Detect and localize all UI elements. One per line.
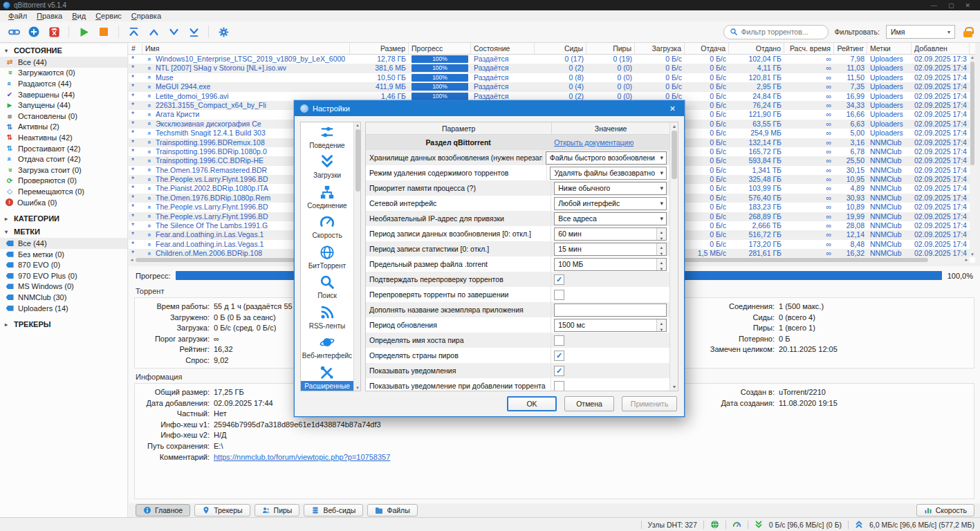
setting-value-control[interactable]: Открыть документацию bbox=[554, 136, 667, 149]
table-header-row[interactable]: #ИмяРазмерПрогрессСостояниеСидыПирыЗагру… bbox=[129, 43, 975, 55]
setting-value-control[interactable]: 15 мин bbox=[554, 243, 667, 256]
sidebar-status-item[interactable]: Загрузка стоит (0) bbox=[0, 165, 127, 176]
detail-tab[interactable]: Трекеры bbox=[194, 504, 250, 516]
sidebar-tag-item[interactable]: Все (44) bbox=[0, 238, 127, 249]
menu-item[interactable]: Вид bbox=[67, 12, 91, 20]
sidebar-tag-item[interactable]: 970 EVO Plus (0) bbox=[0, 270, 127, 281]
setting-value-control[interactable]: 100 МБ bbox=[554, 258, 667, 271]
cancel-button[interactable]: Отмена bbox=[564, 396, 614, 411]
sidebar-status-item[interactable]: Запущены (44) bbox=[0, 100, 127, 111]
table-vertical-scrollbar[interactable]: ▲ ▼ bbox=[970, 55, 975, 257]
setting-value-control[interactable] bbox=[554, 334, 667, 347]
status-section-header[interactable]: ▾ СОСТОЯНИЕ bbox=[0, 44, 127, 57]
setting-value-control[interactable] bbox=[554, 364, 667, 378]
categories-section-header[interactable]: ▸ КАТЕГОРИИ bbox=[0, 212, 127, 225]
dialog-title-bar[interactable]: Настройки ✕ bbox=[295, 101, 684, 116]
setting-value-control[interactable]: Ниже обычного bbox=[554, 182, 667, 195]
table-column-header[interactable]: Отдача bbox=[685, 43, 729, 54]
move-bottom-button[interactable] bbox=[187, 25, 201, 39]
sidebar-status-item[interactable]: Остановлены (0) bbox=[0, 111, 127, 122]
table-column-header[interactable]: Размер bbox=[350, 43, 409, 54]
table-row[interactable]: * Muse 10,50 ГБ 100% Раздаётся 0 (8) 0 (… bbox=[129, 73, 975, 82]
setting-value-control[interactable]: Любой интерфейс bbox=[554, 197, 667, 210]
filter-field-select[interactable]: Имя▾ bbox=[886, 25, 955, 39]
sidebar-tag-item[interactable]: 870 EVO (0) bbox=[0, 260, 127, 271]
table-column-header[interactable]: # bbox=[129, 43, 142, 54]
sidebar-status-item[interactable]: Раздаются (44) bbox=[0, 78, 127, 89]
menu-item[interactable]: Сервис bbox=[91, 12, 127, 20]
trackers-section-header[interactable]: ▸ ТРЕКЕРЫ bbox=[0, 317, 127, 330]
table-column-header[interactable]: Расч. время bbox=[784, 43, 834, 54]
settings-nav-item[interactable]: Поведение bbox=[301, 122, 353, 153]
settings-nav-item[interactable]: Загрузки bbox=[301, 153, 353, 183]
detail-tab[interactable]: Веб-сиды bbox=[304, 504, 363, 516]
resume-button[interactable] bbox=[77, 25, 91, 39]
setting-value-control[interactable]: 1500 мс bbox=[554, 319, 667, 332]
setting-value-control[interactable]: Файлы быстрого возобновлени bbox=[546, 151, 667, 165]
setting-value-control[interactable] bbox=[554, 273, 667, 286]
sidebar-tag-item[interactable]: Uploaders (14) bbox=[0, 303, 127, 314]
sidebar-status-item[interactable]: Отдача стоит (42) bbox=[0, 153, 127, 165]
table-column-header[interactable]: Добавлен bbox=[912, 43, 970, 54]
alt-speed-limits-icon[interactable] bbox=[732, 520, 741, 529]
menu-item[interactable]: Файл bbox=[3, 12, 32, 20]
lock-icon[interactable] bbox=[963, 27, 973, 37]
sidebar-status-item[interactable]: Проверяются (0) bbox=[0, 176, 127, 187]
table-column-header[interactable]: Состояние bbox=[471, 43, 535, 54]
table-row[interactable]: * NTL [2007] SHag v Storonu [NL+].iso.wv… bbox=[129, 64, 975, 73]
sidebar-status-item[interactable]: Ошибка (0) bbox=[0, 197, 127, 208]
table-column-header[interactable]: Прогресс bbox=[409, 43, 471, 54]
menu-item[interactable]: Справка bbox=[127, 12, 166, 20]
settings-nav-item[interactable]: Поиск bbox=[301, 273, 353, 304]
setting-value-control[interactable]: Все адреса bbox=[554, 212, 667, 225]
setting-value-control[interactable] bbox=[554, 304, 667, 317]
dialog-close-button[interactable]: ✕ bbox=[667, 104, 678, 113]
sidebar-status-item[interactable]: Простаивают (42) bbox=[0, 143, 127, 154]
table-column-header[interactable]: Загрузка bbox=[635, 43, 685, 54]
move-top-button[interactable] bbox=[127, 25, 140, 39]
detail-tab[interactable]: Пиры bbox=[255, 504, 300, 516]
setting-value-control[interactable] bbox=[554, 288, 667, 301]
menu-item[interactable]: Правка bbox=[32, 12, 67, 20]
delete-torrent-button[interactable] bbox=[47, 25, 61, 39]
options-button[interactable] bbox=[216, 25, 230, 39]
table-column-header[interactable]: Сиды bbox=[535, 43, 586, 54]
sidebar-status-item[interactable]: Перемещаются (0) bbox=[0, 186, 127, 197]
settings-nav-item[interactable]: Скорость bbox=[301, 213, 353, 243]
move-up-button[interactable] bbox=[147, 25, 160, 39]
settings-nav-item[interactable]: Соединение bbox=[301, 183, 353, 213]
sidebar-tag-item[interactable]: Без метки (0) bbox=[0, 249, 127, 260]
table-column-header[interactable]: Отдано bbox=[729, 43, 784, 54]
setting-value-control[interactable] bbox=[554, 380, 667, 392]
torrent-filter-searchbox[interactable] bbox=[723, 25, 829, 39]
table-row[interactable]: * MeGUI 2944.exe 411,9 МБ 100% Раздаётся… bbox=[129, 82, 975, 91]
maximize-button[interactable]: ▢ bbox=[948, 2, 954, 9]
sidebar-tag-item[interactable]: NNMClub (30) bbox=[0, 292, 127, 303]
search-input[interactable] bbox=[741, 28, 817, 36]
move-down-button[interactable] bbox=[167, 25, 181, 39]
connection-status-icon[interactable] bbox=[710, 520, 719, 529]
table-column-header[interactable]: Рейтинг bbox=[834, 43, 867, 54]
sidebar-status-item[interactable]: Активны (2) bbox=[0, 122, 127, 133]
minimize-button[interactable]: — bbox=[931, 2, 937, 9]
setting-value-control[interactable]: Удалять файлы безвозвратно bbox=[550, 167, 667, 180]
table-row[interactable]: * Windows10_Enterprise_LTSC_2019_v1809_b… bbox=[129, 55, 975, 64]
sidebar-tag-item[interactable]: MS Windows (0) bbox=[0, 281, 127, 292]
setting-value-control[interactable]: 60 мин bbox=[554, 227, 667, 241]
speed-graph-button[interactable]: Скорость bbox=[916, 504, 974, 516]
settings-scrollbar[interactable]: ▲ ▼ bbox=[669, 122, 678, 391]
sidebar-status-item[interactable]: Завершены (44) bbox=[0, 89, 127, 100]
add-torrent-link-button[interactable] bbox=[7, 25, 21, 39]
sidebar-status-item[interactable]: Все (44) bbox=[0, 57, 127, 68]
apply-button[interactable]: Применить bbox=[622, 396, 677, 411]
setting-value-control[interactable] bbox=[554, 349, 667, 362]
nav-scrollbar[interactable]: ▲ ▼ bbox=[353, 122, 360, 391]
stop-button[interactable] bbox=[97, 25, 111, 39]
settings-nav-item[interactable]: Расширенные bbox=[301, 363, 353, 391]
detail-tab[interactable]: Главное bbox=[136, 504, 190, 516]
settings-nav-item[interactable]: Веб-интерфейс bbox=[301, 333, 353, 364]
settings-nav-item[interactable]: RSS-ленты bbox=[301, 303, 353, 333]
ok-button[interactable]: OK bbox=[507, 396, 557, 411]
table-column-header[interactable]: Пиры bbox=[586, 43, 635, 54]
sidebar-status-item[interactable]: Загружаются (0) bbox=[0, 68, 127, 79]
